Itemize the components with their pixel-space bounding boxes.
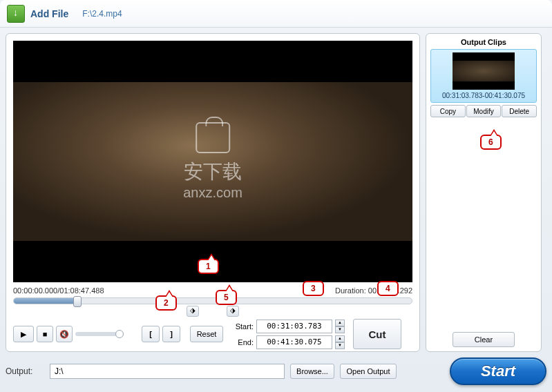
annotation-3: 3 — [303, 281, 324, 296]
annotation-1: 1 — [198, 259, 219, 274]
clip-item[interactable]: 00:31:03.783-00:41:30.075 — [430, 49, 537, 103]
header-bar: Add File F:\2.4.mp4 — [0, 0, 552, 28]
volume-icon[interactable]: 🔇 — [56, 326, 73, 342]
watermark: 安下载 anxz.com — [183, 122, 242, 201]
modify-button[interactable]: Modify — [466, 105, 502, 117]
annotation-6: 6 — [480, 135, 502, 150]
seek-thumb[interactable] — [73, 296, 82, 307]
stop-button[interactable]: ■ — [37, 326, 53, 342]
browse-button[interactable]: Browse... — [290, 364, 334, 379]
start-button[interactable]: Start — [450, 357, 546, 385]
add-file-button[interactable]: Add File — [30, 8, 68, 19]
file-path-label: F:\2.4.mp4 — [82, 9, 122, 19]
start-time-input[interactable] — [256, 320, 332, 333]
start-label: Start: — [230, 322, 254, 331]
start-spinner[interactable]: ▲▼ — [335, 320, 345, 333]
cut-button[interactable]: Cut — [353, 319, 401, 349]
seek-slider[interactable] — [13, 297, 412, 304]
playback-time: 00:00:00.000/01:08:47.488 — [13, 286, 104, 295]
reset-button[interactable]: Reset — [190, 326, 223, 342]
delete-button[interactable]: Delete — [502, 105, 537, 117]
open-output-button[interactable]: Open Output — [340, 364, 397, 379]
volume-slider[interactable] — [75, 332, 124, 336]
range-marker-right[interactable]: ⬗ — [227, 306, 239, 317]
annotation-4: 4 — [377, 281, 399, 296]
output-clips-panel: Output Clips 00:31:03.783-00:41:30.075 C… — [426, 33, 542, 352]
clip-thumbnail — [453, 52, 515, 90]
mark-in-button[interactable]: [ — [142, 326, 160, 342]
output-path-input[interactable] — [50, 364, 285, 379]
player-panel: 安下载 anxz.com 00:00:00.000/01:08:47.488 D… — [6, 33, 420, 352]
end-spinner[interactable]: ▲▼ — [335, 335, 345, 349]
annotation-5: 5 — [216, 290, 237, 305]
range-marker-left[interactable]: ⬗ — [187, 306, 199, 317]
clip-timerange: 00:31:03.783-00:41:30.075 — [434, 92, 533, 99]
output-clips-title: Output Clips — [430, 38, 537, 46]
play-button[interactable]: ▶ — [13, 326, 34, 342]
duration-label: Duration: 00:10:26.292 — [335, 286, 412, 295]
add-file-icon[interactable] — [7, 5, 25, 23]
copy-button[interactable]: Copy — [430, 105, 466, 117]
video-preview[interactable]: 安下载 anxz.com — [13, 41, 412, 282]
end-label: End: — [230, 338, 254, 346]
clear-button[interactable]: Clear — [453, 332, 515, 347]
end-time-input[interactable] — [256, 335, 332, 349]
annotation-2: 2 — [155, 295, 177, 311]
output-label: Output: — [6, 366, 44, 376]
mark-out-button[interactable]: ] — [162, 326, 180, 342]
